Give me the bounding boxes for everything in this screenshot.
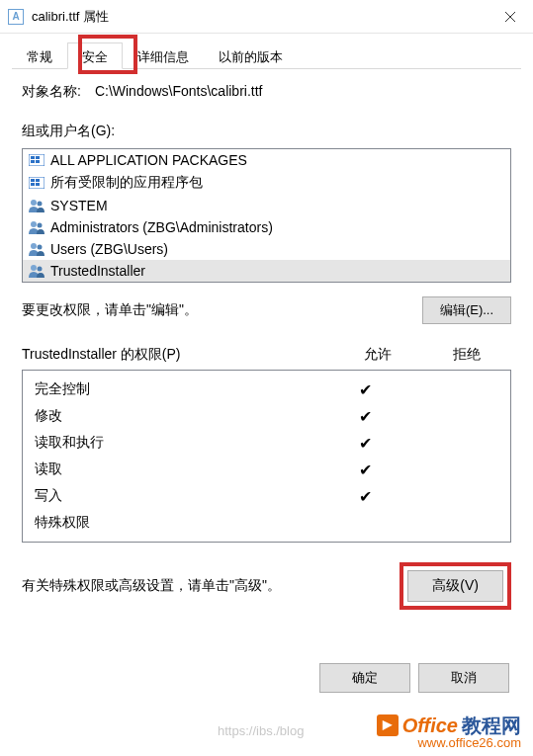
list-item[interactable]: ALL APPLICATION PACKAGES (23, 149, 510, 171)
perm-allow-icon: ✔ (320, 407, 409, 426)
security-panel: 对象名称: C:\Windows\Fonts\calibri.ttf 组或用户名… (12, 69, 521, 610)
dialog-footer: 确定 取消 (12, 649, 521, 707)
perm-row: 完全控制✔ (23, 377, 510, 403)
svg-rect-8 (31, 179, 35, 182)
perm-allow (320, 514, 409, 532)
list-item[interactable]: Administrators (ZBG\Administrators) (23, 216, 510, 238)
svg-point-16 (31, 243, 37, 249)
ok-button[interactable]: 确定 (319, 663, 410, 693)
list-item-label: 所有受限制的应用程序包 (50, 174, 203, 192)
svg-point-18 (31, 265, 37, 271)
perm-row: 写入✔ (23, 483, 510, 510)
object-name-label: 对象名称: (22, 83, 81, 101)
svg-rect-5 (31, 160, 35, 163)
list-item-label: TrustedInstaller (50, 263, 145, 279)
perm-header-deny: 拒绝 (422, 346, 511, 364)
watermark: ▶ Office教程网 www.office26.com (377, 714, 521, 750)
perm-row: 特殊权限 (23, 510, 510, 536)
watermark-icon: ▶ (377, 714, 399, 736)
perm-name: 写入 (35, 487, 320, 506)
list-item-label: SYSTEM (50, 198, 108, 213)
svg-rect-4 (36, 156, 40, 159)
users-icon (29, 264, 44, 278)
close-button[interactable] (488, 0, 533, 34)
perm-header-allow: 允许 (333, 346, 422, 364)
watermark-url: www.office26.com (377, 736, 521, 750)
list-item-label: ALL APPLICATION PACKAGES (50, 152, 247, 168)
perm-allow-icon: ✔ (320, 487, 409, 506)
perm-deny (409, 407, 498, 426)
advanced-row: 有关特殊权限或高级设置，请单击"高级"。 高级(V) (22, 562, 511, 610)
tab-previous[interactable]: 以前的版本 (204, 42, 298, 69)
perm-name: 特殊权限 (35, 514, 320, 532)
tab-details[interactable]: 详细信息 (123, 42, 204, 69)
tab-security[interactable]: 安全 (67, 42, 123, 69)
permissions-header: TrustedInstaller 的权限(P) 允许 拒绝 (22, 346, 511, 364)
svg-point-17 (38, 245, 43, 250)
advanced-hint-text: 有关特殊权限或高级设置，请单击"高级"。 (22, 577, 281, 595)
list-item[interactable]: SYSTEM (23, 195, 510, 216)
perm-row: 读取✔ (23, 457, 510, 483)
edit-hint-text: 要更改权限，请单击"编辑"。 (22, 301, 198, 319)
svg-rect-6 (36, 160, 40, 163)
package-icon (29, 177, 44, 189)
svg-point-14 (31, 221, 37, 227)
perm-deny (409, 487, 498, 506)
users-icon (29, 220, 44, 234)
close-icon (504, 11, 516, 23)
titlebar: A calibri.ttf 属性 (0, 0, 533, 34)
perm-allow-icon: ✔ (320, 380, 409, 399)
watermark-brand2: 教程网 (462, 714, 521, 736)
list-item[interactable]: 所有受限制的应用程序包 (23, 171, 510, 195)
advanced-button[interactable]: 高级(V) (407, 570, 503, 602)
edit-button[interactable]: 编辑(E)... (422, 296, 511, 324)
object-name-value: C:\Windows\Fonts\calibri.ttf (95, 83, 263, 101)
edit-permissions-row: 要更改权限，请单击"编辑"。 编辑(E)... (22, 296, 511, 324)
window-title: calibri.ttf 属性 (32, 8, 488, 26)
perm-name: 修改 (35, 407, 320, 426)
svg-point-12 (31, 200, 37, 206)
svg-rect-9 (36, 179, 40, 182)
dialog-content: 常规 安全 详细信息 以前的版本 对象名称: C:\Windows\Fonts\… (0, 34, 533, 718)
perm-header-name: TrustedInstaller 的权限(P) (22, 346, 333, 364)
group-users-label: 组或用户名(G): (22, 123, 511, 140)
list-item[interactable]: TrustedInstaller (23, 260, 510, 282)
list-item-label: Users (ZBG\Users) (50, 241, 168, 257)
perm-deny (409, 514, 498, 532)
ghost-watermark-text: https://ibs./blog (218, 723, 304, 738)
highlight-box-advanced: 高级(V) (400, 562, 511, 610)
tab-general[interactable]: 常规 (12, 42, 67, 69)
perm-row: 修改✔ (23, 403, 510, 430)
svg-rect-3 (31, 156, 35, 159)
svg-point-15 (38, 223, 43, 228)
perm-allow-icon: ✔ (320, 461, 409, 479)
perm-deny (409, 461, 498, 479)
list-item-label: Administrators (ZBG\Administrators) (50, 219, 273, 235)
perm-name: 读取 (35, 461, 320, 479)
users-icon (29, 242, 44, 256)
svg-rect-10 (31, 183, 35, 186)
object-name-row: 对象名称: C:\Windows\Fonts\calibri.ttf (22, 83, 511, 101)
cancel-button[interactable]: 取消 (418, 663, 509, 693)
watermark-brand1: Office (402, 714, 458, 736)
list-item[interactable]: Users (ZBG\Users) (23, 238, 510, 260)
perm-name: 完全控制 (35, 380, 320, 399)
perm-deny (409, 380, 498, 399)
perm-allow-icon: ✔ (320, 434, 409, 453)
principals-list[interactable]: ALL APPLICATION PACKAGES 所有受限制的应用程序包 SYS… (22, 148, 511, 283)
font-file-icon: A (8, 9, 24, 25)
tab-bar: 常规 安全 详细信息 以前的版本 (12, 42, 521, 69)
perm-row: 读取和执行✔ (23, 430, 510, 457)
permissions-list: 完全控制✔ 修改✔ 读取和执行✔ 读取✔ 写入✔ 特殊权限 (22, 370, 511, 543)
svg-point-19 (38, 267, 43, 272)
package-icon (29, 154, 44, 166)
svg-rect-11 (36, 183, 40, 186)
perm-name: 读取和执行 (35, 434, 320, 453)
svg-point-13 (38, 202, 43, 207)
users-icon (29, 199, 44, 212)
perm-deny (409, 434, 498, 453)
